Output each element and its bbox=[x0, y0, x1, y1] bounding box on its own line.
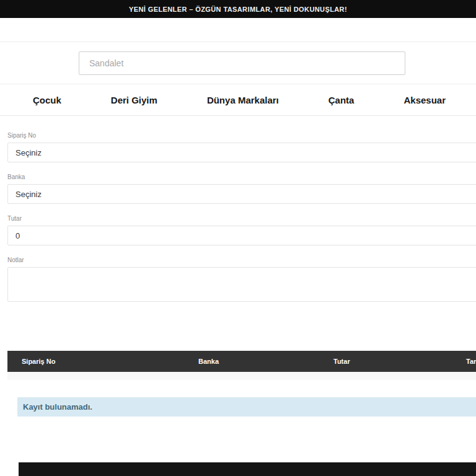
nav-item-deri-giyim[interactable]: Deri Giyim bbox=[111, 95, 157, 105]
col-header-banka: Banka bbox=[198, 358, 333, 365]
col-header-siparis-no: Sipariş No bbox=[22, 358, 198, 365]
siparis-no-selected-value: Seçiniz bbox=[15, 148, 42, 157]
header-band bbox=[0, 18, 476, 42]
notlar-textarea[interactable] bbox=[7, 267, 476, 302]
banka-selected-value: Seçiniz bbox=[15, 190, 42, 199]
search-input[interactable] bbox=[79, 51, 405, 75]
footer-bar bbox=[19, 462, 476, 476]
search-section bbox=[0, 42, 476, 84]
notlar-label: Notlar bbox=[7, 257, 476, 263]
nav-item-aksesuar[interactable]: Aksesuar bbox=[403, 95, 446, 105]
records-table: Sipariş No Banka Tutar Tarih bbox=[7, 351, 476, 380]
banka-select[interactable]: Seçiniz bbox=[7, 184, 476, 204]
records-table-header: Sipariş No Banka Tutar Tarih bbox=[7, 351, 476, 372]
main-nav: Çocuk Deri Giyim Dünya Markaları Çanta A… bbox=[0, 84, 476, 116]
col-header-tarih: Tarih bbox=[466, 358, 476, 365]
col-header-tutar: Tutar bbox=[333, 358, 466, 365]
no-records-alert-text: Kayıt bulunamadı. bbox=[23, 402, 92, 412]
records-table-empty-body bbox=[7, 372, 476, 380]
form-group-notlar: Notlar bbox=[7, 257, 476, 302]
payment-form: Sipariş No Seçiniz Banka Seçiniz Tutar N… bbox=[0, 116, 476, 302]
form-group-banka: Banka Seçiniz bbox=[7, 174, 476, 204]
announcement-bar: YENİ GELENLER – ÖZGÜN TASARIMLAR, YENİ D… bbox=[0, 0, 476, 18]
no-records-alert: Kayıt bulunamadı. bbox=[17, 397, 476, 416]
nav-item-canta[interactable]: Çanta bbox=[328, 95, 355, 105]
tutar-input[interactable] bbox=[7, 226, 476, 245]
siparis-no-label: Sipariş No bbox=[7, 132, 476, 139]
nav-item-dunya-markalari[interactable]: Dünya Markaları bbox=[207, 95, 279, 105]
form-group-tutar: Tutar bbox=[7, 215, 476, 245]
siparis-no-select[interactable]: Seçiniz bbox=[7, 143, 476, 162]
banka-label: Banka bbox=[7, 174, 476, 180]
nav-item-cocuk[interactable]: Çocuk bbox=[33, 95, 61, 105]
form-group-siparis-no: Sipariş No Seçiniz bbox=[7, 132, 476, 162]
tutar-label: Tutar bbox=[7, 215, 476, 222]
announcement-text: YENİ GELENLER – ÖZGÜN TASARIMLAR, YENİ D… bbox=[129, 6, 347, 13]
